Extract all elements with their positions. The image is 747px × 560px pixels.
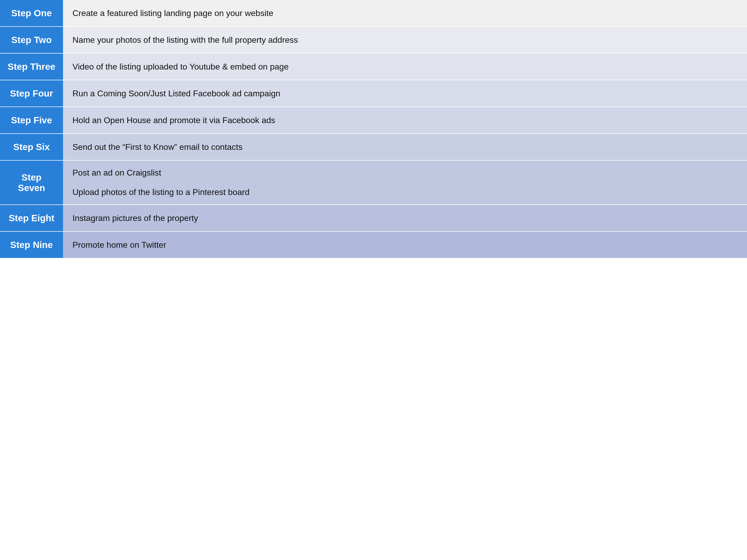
- table-row: Step EightInstagram pictures of the prop…: [0, 205, 747, 232]
- table-row: Step FourRun a Coming Soon/Just Listed F…: [0, 80, 747, 107]
- step-content-9: Promote home on Twitter: [63, 232, 747, 258]
- table-row: Step TwoName your photos of the listing …: [0, 27, 747, 53]
- step-label-8: Step Eight: [0, 205, 63, 232]
- table-row: Step ThreeVideo of the listing uploaded …: [0, 53, 747, 80]
- step-label-1: Step One: [0, 0, 63, 27]
- step-content-1: Create a featured listing landing page o…: [63, 0, 747, 27]
- steps-table: Step OneCreate a featured listing landin…: [0, 0, 747, 259]
- step-label-7: Step Seven: [0, 160, 63, 205]
- step-content-8: Instagram pictures of the property: [63, 205, 747, 232]
- table-row: Step SixSend out the “First to Know” ema…: [0, 134, 747, 160]
- table-row: Step OneCreate a featured listing landin…: [0, 0, 747, 27]
- step-content-5: Hold an Open House and promote it via Fa…: [63, 107, 747, 134]
- step-content-2: Name your photos of the listing with the…: [63, 27, 747, 53]
- step-content-7: Post an ad on Craigslist Upload photos o…: [63, 160, 747, 205]
- step-content-3: Video of the listing uploaded to Youtube…: [63, 53, 747, 80]
- table-row: Step SevenPost an ad on Craigslist Uploa…: [0, 160, 747, 205]
- step-label-6: Step Six: [0, 134, 63, 160]
- step-content-6: Send out the “First to Know” email to co…: [63, 134, 747, 160]
- step-label-5: Step Five: [0, 107, 63, 134]
- step-label-3: Step Three: [0, 53, 63, 80]
- table-row: Step FiveHold an Open House and promote …: [0, 107, 747, 134]
- step-content-4: Run a Coming Soon/Just Listed Facebook a…: [63, 80, 747, 107]
- table-row: Step NinePromote home on Twitter: [0, 232, 747, 258]
- step-label-9: Step Nine: [0, 232, 63, 258]
- step-label-4: Step Four: [0, 80, 63, 107]
- step-label-2: Step Two: [0, 27, 63, 53]
